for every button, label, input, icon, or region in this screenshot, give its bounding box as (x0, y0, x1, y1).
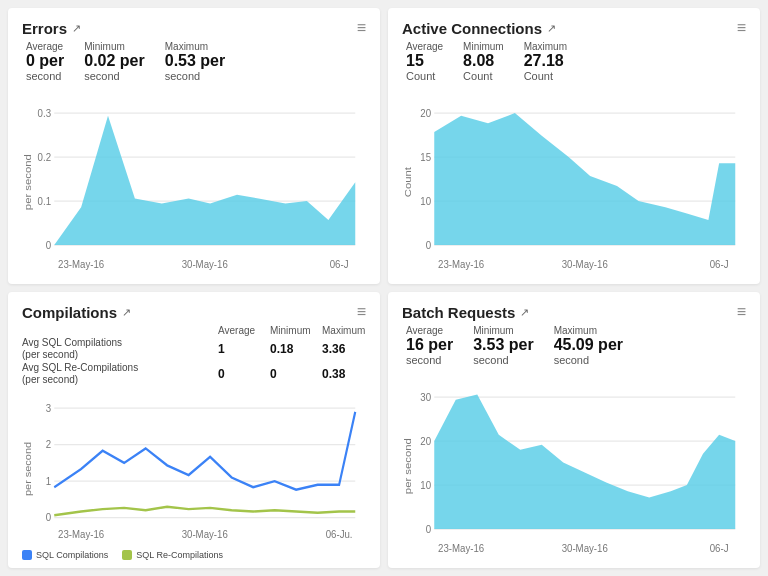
active-connections-x-3: 06-J (710, 256, 729, 269)
errors-max-value: 0.53 per (165, 52, 225, 70)
comp-y-1: 1 (46, 475, 52, 487)
comp-row1-avg: 1 (218, 342, 262, 356)
errors-x-2: 30-May-16 (182, 256, 228, 269)
active-connections-min-label: Minimum (463, 41, 504, 52)
active-connections-chart-area: Count 20 15 10 0 23-May-16 30-May-16 06-… (402, 88, 746, 276)
compilations-menu-icon[interactable]: ≡ (357, 304, 366, 320)
comp-row1-label: Avg SQL Compilations(per second) (22, 337, 210, 361)
active-connections-x-1: 23-May-16 (438, 256, 484, 269)
batch-avg-value: 16 per (406, 336, 453, 354)
active-connections-avg-unit: Count (406, 70, 443, 82)
active-connections-external-link-icon[interactable]: ↗ (547, 22, 556, 35)
batch-max-unit: second (554, 354, 623, 366)
errors-panel: Errors ↗ ≡ Average 0 per second Minimum … (8, 8, 380, 284)
comp-legend-sql: SQL Compilations (22, 550, 108, 560)
batch-min-unit: second (473, 354, 533, 366)
active-connections-max-stat: Maximum 27.18 Count (524, 41, 567, 82)
errors-stats-row: Average 0 per second Minimum 0.02 per se… (26, 41, 366, 82)
active-connections-panel: Active Connections ↗ ≡ Average 15 Count … (388, 8, 760, 284)
compilations-stats-table: Average Minimum Maximum Avg SQL Compilat… (22, 325, 366, 386)
compilations-chart-area: per second 3 2 1 0 23-May-16 30-May-16 0… (22, 390, 366, 548)
active-connections-min-stat: Minimum 8.08 Count (463, 41, 504, 82)
errors-y-0.3: 0.3 (38, 106, 52, 119)
comp-legend-sql-label: SQL Compilations (36, 550, 108, 560)
active-connections-y-20: 20 (420, 106, 431, 119)
comp-col-max: Maximum (322, 325, 366, 336)
comp-x-1: 23-May-16 (58, 529, 104, 541)
batch-requests-chart: per second 30 20 10 0 23-May-16 30-May-1… (402, 372, 746, 560)
errors-external-link-icon[interactable]: ↗ (72, 22, 81, 35)
active-connections-y-0: 0 (426, 238, 432, 251)
batch-avg-stat: Average 16 per second (406, 325, 453, 366)
active-connections-min-value: 8.08 (463, 52, 504, 70)
compilations-panel: Compilations ↗ ≡ Average Minimum Maximum… (8, 292, 380, 568)
active-connections-header: Active Connections ↗ ≡ (402, 20, 746, 37)
errors-y-0.1: 0.1 (38, 194, 52, 207)
active-connections-stats-row: Average 15 Count Minimum 8.08 Count Maxi… (406, 41, 746, 82)
errors-avg-stat: Average 0 per second (26, 41, 64, 82)
batch-max-label: Maximum (554, 325, 623, 336)
batch-requests-panel: Batch Requests ↗ ≡ Average 16 per second… (388, 292, 760, 568)
active-connections-max-value: 27.18 (524, 52, 567, 70)
batch-y-30: 30 (420, 390, 431, 403)
batch-requests-chart-fill (434, 394, 735, 528)
errors-chart-fill (54, 115, 355, 244)
active-connections-y-15: 15 (420, 150, 431, 163)
errors-max-stat: Maximum 0.53 per second (165, 41, 225, 82)
active-connections-menu-icon[interactable]: ≡ (737, 20, 746, 36)
errors-y-0: 0 (46, 238, 52, 251)
batch-min-label: Minimum (473, 325, 533, 336)
batch-max-stat: Maximum 45.09 per second (554, 325, 623, 366)
active-connections-avg-value: 15 (406, 52, 443, 70)
active-connections-avg-label: Average (406, 41, 443, 52)
batch-requests-external-link-icon[interactable]: ↗ (520, 306, 529, 319)
batch-avg-label: Average (406, 325, 453, 336)
batch-y-0: 0 (426, 522, 432, 535)
compilations-external-link-icon[interactable]: ↗ (122, 306, 131, 319)
errors-min-label: Minimum (84, 41, 144, 52)
batch-max-value: 45.09 per (554, 336, 623, 354)
batch-requests-title: Batch Requests (402, 304, 515, 321)
batch-x-2: 30-May-16 (562, 540, 608, 553)
errors-avg-label: Average (26, 41, 64, 52)
errors-min-unit: second (84, 70, 144, 82)
dashboard: Errors ↗ ≡ Average 0 per second Minimum … (4, 4, 764, 572)
comp-legend-sql-dot (22, 550, 32, 560)
batch-requests-chart-area: per second 30 20 10 0 23-May-16 30-May-1… (402, 372, 746, 560)
comp-row2-max: 0.38 (322, 367, 366, 381)
batch-min-value: 3.53 per (473, 336, 533, 354)
comp-col-label (22, 325, 210, 336)
compilations-legend: SQL Compilations SQL Re-Compilations (22, 550, 366, 560)
comp-y-0: 0 (46, 512, 52, 524)
errors-max-unit: second (165, 70, 225, 82)
comp-col-min: Minimum (270, 325, 314, 336)
errors-avg-value: 0 per (26, 52, 64, 70)
errors-menu-icon[interactable]: ≡ (357, 20, 366, 36)
errors-chart: per second 0.3 0.2 0.1 0 23-May-16 30-Ma… (22, 88, 366, 276)
comp-y-axis-label: per second (22, 442, 32, 496)
errors-panel-header: Errors ↗ ≡ (22, 20, 366, 37)
comp-y-3: 3 (46, 402, 52, 414)
comp-recompile-line (54, 507, 355, 516)
active-connections-x-2: 30-May-16 (562, 256, 608, 269)
errors-max-label: Maximum (165, 41, 225, 52)
batch-y-20: 20 (420, 434, 431, 447)
errors-y-0.2: 0.2 (38, 150, 52, 163)
comp-x-2: 30-May-16 (182, 529, 228, 541)
batch-avg-unit: second (406, 354, 453, 366)
active-connections-avg-stat: Average 15 Count (406, 41, 443, 82)
active-connections-title: Active Connections (402, 20, 542, 37)
comp-col-avg: Average (218, 325, 262, 336)
comp-row2-label: Avg SQL Re-Compilations(per second) (22, 362, 210, 386)
errors-x-3: 06-J (330, 256, 349, 269)
comp-row2-avg: 0 (218, 367, 262, 381)
active-connections-y-axis-label: Count (402, 167, 412, 197)
batch-x-3: 06-J (710, 540, 729, 553)
comp-legend-recompile: SQL Re-Compilations (122, 550, 223, 560)
compilations-chart: per second 3 2 1 0 23-May-16 30-May-16 0… (22, 390, 366, 548)
errors-y-axis-label: per second (22, 154, 32, 210)
batch-min-stat: Minimum 3.53 per second (473, 325, 533, 366)
batch-requests-menu-icon[interactable]: ≡ (737, 304, 746, 320)
active-connections-chart-fill (434, 113, 735, 245)
comp-row1-max: 3.36 (322, 342, 366, 356)
